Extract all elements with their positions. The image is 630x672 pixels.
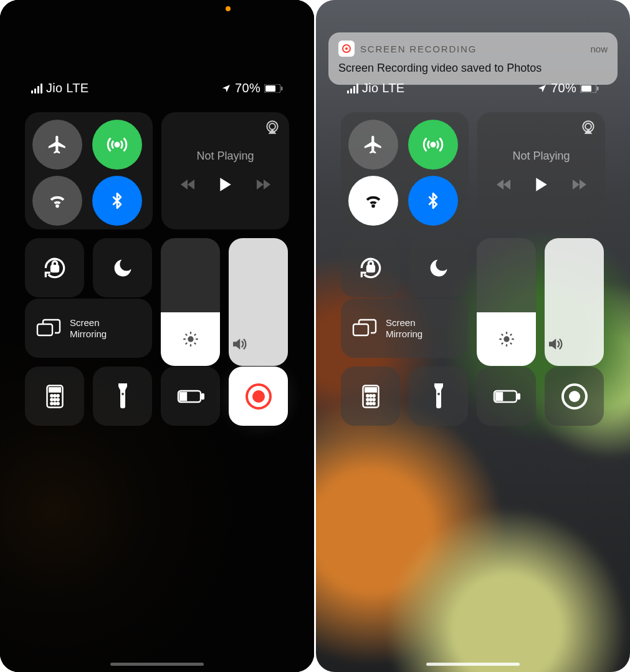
svg-point-18 xyxy=(54,402,55,404)
brightness-slider[interactable] xyxy=(161,238,220,366)
flashlight-button[interactable] xyxy=(93,367,152,426)
signal-bars-icon xyxy=(31,84,42,94)
home-indicator[interactable] xyxy=(426,663,520,666)
orientation-lock-toggle[interactable] xyxy=(25,238,84,297)
calculator-button[interactable] xyxy=(25,367,84,426)
svg-point-41 xyxy=(366,402,368,404)
cellular-data-toggle[interactable] xyxy=(408,120,458,170)
mirror-label: ScreenMirroring xyxy=(386,317,422,340)
notification-banner[interactable]: SCREEN RECORDING now Screen Recording vi… xyxy=(328,32,618,85)
brightness-icon xyxy=(182,330,199,348)
svg-point-13 xyxy=(57,395,59,396)
orientation-lock-icon xyxy=(357,254,384,282)
next-track-icon[interactable] xyxy=(255,178,271,191)
media-tile[interactable]: Not Playing xyxy=(477,112,605,229)
svg-point-17 xyxy=(50,402,52,404)
location-icon xyxy=(221,84,231,94)
volume-icon xyxy=(229,335,288,353)
screen-mirroring-button[interactable]: ScreenMirroring xyxy=(341,299,468,358)
airplane-mode-toggle[interactable] xyxy=(348,120,398,170)
screen-mirroring-icon xyxy=(36,319,61,338)
carrier-label: Jio LTE xyxy=(46,81,88,95)
bluetooth-toggle[interactable] xyxy=(92,176,142,226)
next-track-icon[interactable] xyxy=(571,178,587,191)
svg-rect-2 xyxy=(281,87,283,90)
record-active-icon xyxy=(246,383,272,410)
wifi-toggle[interactable] xyxy=(32,176,82,226)
svg-rect-23 xyxy=(202,394,204,399)
svg-point-42 xyxy=(370,402,371,404)
battery-low-power-icon xyxy=(177,390,204,403)
wifi-toggle[interactable] xyxy=(348,176,398,226)
svg-rect-6 xyxy=(51,266,58,271)
battery-percent: 70% xyxy=(235,81,260,95)
location-icon xyxy=(537,84,547,94)
control-center: Not Playing xyxy=(341,112,605,375)
volume-slider[interactable] xyxy=(229,238,288,366)
airplane-icon xyxy=(363,134,384,155)
airplay-icon[interactable] xyxy=(264,120,280,136)
screen-mirroring-button[interactable]: ScreenMirroring xyxy=(25,299,152,358)
panel-left: Jio LTE 70% xyxy=(0,0,314,672)
flashlight-icon xyxy=(432,383,445,410)
low-power-mode-toggle[interactable] xyxy=(161,367,220,426)
previous-track-icon[interactable] xyxy=(496,178,512,191)
battery-icon xyxy=(264,84,283,93)
connectivity-tile[interactable] xyxy=(341,112,469,229)
cellular-data-toggle[interactable] xyxy=(92,120,142,170)
notification-body: Screen Recording video saved to Photos xyxy=(338,62,608,75)
brightness-icon xyxy=(498,330,515,348)
battery-low-power-icon xyxy=(493,390,520,403)
cellular-antenna-icon xyxy=(106,133,128,156)
svg-point-5 xyxy=(269,123,275,130)
do-not-disturb-toggle[interactable] xyxy=(409,238,468,297)
screen-record-button[interactable] xyxy=(545,367,604,426)
media-tile[interactable]: Not Playing xyxy=(161,112,289,229)
svg-rect-8 xyxy=(37,324,52,335)
orientation-lock-toggle[interactable] xyxy=(341,238,400,297)
svg-rect-46 xyxy=(496,393,502,400)
svg-rect-25 xyxy=(581,85,591,92)
status-bar: Jio LTE 70% xyxy=(347,81,599,95)
svg-rect-22 xyxy=(180,393,186,400)
mirror-label: ScreenMirroring xyxy=(70,317,107,340)
notification-time: now xyxy=(590,44,608,54)
play-icon[interactable] xyxy=(219,176,232,193)
home-indicator[interactable] xyxy=(110,663,204,666)
bluetooth-icon xyxy=(424,190,442,212)
svg-point-35 xyxy=(366,395,368,396)
brightness-slider[interactable] xyxy=(477,238,536,366)
status-bar: Jio LTE 70% xyxy=(31,81,283,95)
calculator-button[interactable] xyxy=(341,367,400,426)
media-label: Not Playing xyxy=(196,150,254,163)
svg-point-3 xyxy=(115,143,119,146)
airplane-mode-toggle[interactable] xyxy=(32,120,82,170)
screen-record-button[interactable] xyxy=(229,367,288,426)
volume-icon xyxy=(545,335,604,353)
connectivity-tile[interactable] xyxy=(25,112,153,229)
moon-icon xyxy=(112,257,134,279)
screen-mirroring-icon xyxy=(352,319,377,338)
svg-point-19 xyxy=(57,402,59,404)
svg-point-7 xyxy=(188,336,193,342)
svg-rect-47 xyxy=(518,394,520,399)
do-not-disturb-toggle[interactable] xyxy=(93,238,152,297)
airplay-icon[interactable] xyxy=(580,120,596,136)
volume-slider[interactable] xyxy=(545,238,604,366)
bluetooth-toggle[interactable] xyxy=(408,176,458,226)
svg-point-37 xyxy=(373,395,375,396)
play-icon[interactable] xyxy=(535,176,548,193)
battery-icon xyxy=(580,84,599,93)
svg-rect-34 xyxy=(365,388,376,391)
previous-track-icon[interactable] xyxy=(180,178,196,191)
svg-point-29 xyxy=(585,123,591,130)
notification-app-name: SCREEN RECORDING xyxy=(360,44,477,54)
low-power-mode-toggle[interactable] xyxy=(477,367,536,426)
carrier-label: Jio LTE xyxy=(362,81,404,95)
svg-point-15 xyxy=(54,398,55,400)
svg-point-14 xyxy=(50,398,52,400)
flashlight-button[interactable] xyxy=(409,367,468,426)
svg-point-20 xyxy=(122,393,124,395)
record-idle-icon xyxy=(561,383,588,410)
svg-rect-10 xyxy=(49,388,60,391)
